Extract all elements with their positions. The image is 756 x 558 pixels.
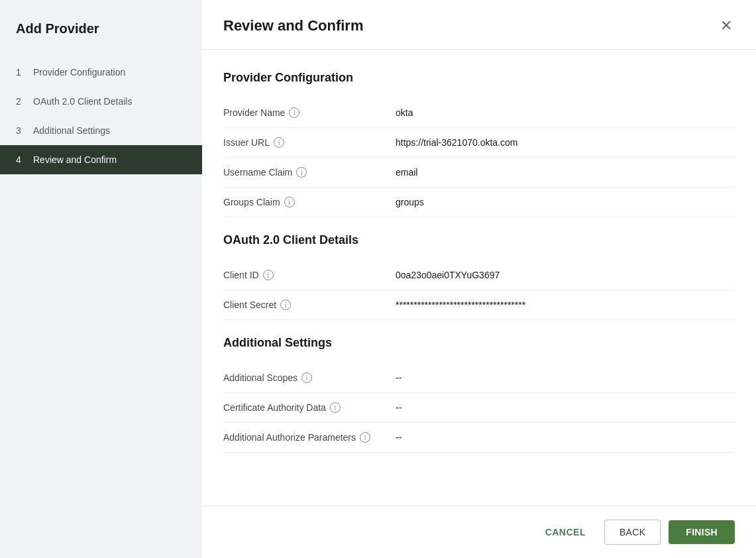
sidebar-step-2[interactable]: 2 OAuth 2.0 Client Details bbox=[0, 87, 202, 116]
field-client-secret: Client Secret i ************************… bbox=[223, 290, 735, 320]
issuer-url-value: https://trial-3621070.okta.com bbox=[396, 137, 735, 148]
certificate-authority-label: Certificate Authority Data bbox=[223, 402, 326, 413]
username-claim-label: Username Claim bbox=[223, 167, 292, 178]
field-additional-scopes: Additional Scopes i -- bbox=[223, 363, 735, 393]
field-additional-authorize-parameters: Additional Authorize Parameters i -- bbox=[223, 423, 735, 453]
additional-scopes-value: -- bbox=[396, 372, 735, 383]
step-number-4: 4 bbox=[16, 154, 27, 165]
cancel-button[interactable]: CANCEL bbox=[535, 520, 596, 544]
field-label-container-additional-scopes: Additional Scopes i bbox=[223, 372, 396, 383]
issuer-url-info-icon[interactable]: i bbox=[274, 137, 284, 148]
field-label-container-additional-authorize: Additional Authorize Parameters i bbox=[223, 432, 396, 443]
client-secret-value: ************************************ bbox=[396, 300, 735, 310]
additional-scopes-info-icon[interactable]: i bbox=[301, 372, 312, 383]
field-label-container-groups-claim: Groups Claim i bbox=[223, 197, 396, 207]
client-id-label: Client ID bbox=[223, 270, 259, 280]
field-certificate-authority-data: Certificate Authority Data i -- bbox=[223, 393, 735, 423]
sidebar-step-3[interactable]: 3 Additional Settings bbox=[0, 116, 202, 145]
field-provider-name: Provider Name i okta bbox=[223, 98, 735, 128]
main-header: Review and Confirm ✕ bbox=[202, 0, 756, 50]
certificate-authority-info-icon[interactable]: i bbox=[330, 402, 341, 413]
provider-name-value: okta bbox=[396, 107, 735, 118]
field-issuer-url: Issuer URL i https://trial-3621070.okta.… bbox=[223, 128, 735, 158]
finish-button[interactable]: FINISH bbox=[669, 520, 735, 544]
client-secret-label: Client Secret bbox=[223, 300, 276, 310]
step-number-1: 1 bbox=[16, 67, 27, 78]
field-label-container-client-id: Client ID i bbox=[223, 270, 396, 280]
modal-overlay: Add Provider 1 Provider Configuration 2 … bbox=[0, 0, 756, 558]
additional-authorize-value: -- bbox=[396, 432, 735, 443]
step-label-1: Provider Configuration bbox=[33, 67, 125, 78]
additional-authorize-label: Additional Authorize Parameters bbox=[223, 432, 356, 443]
additional-scopes-label: Additional Scopes bbox=[223, 372, 297, 383]
sidebar: Add Provider 1 Provider Configuration 2 … bbox=[0, 0, 202, 558]
certificate-authority-value: -- bbox=[396, 402, 735, 413]
additional-settings-section-title: Additional Settings bbox=[223, 336, 735, 350]
field-label-container-provider-name: Provider Name i bbox=[223, 107, 396, 118]
client-id-info-icon[interactable]: i bbox=[263, 270, 274, 280]
additional-authorize-info-icon[interactable]: i bbox=[360, 432, 370, 443]
sidebar-step-1[interactable]: 1 Provider Configuration bbox=[0, 58, 202, 87]
main-footer: CANCEL BACK FINISH bbox=[202, 506, 756, 558]
issuer-url-label: Issuer URL bbox=[223, 137, 270, 148]
close-button[interactable]: ✕ bbox=[718, 16, 735, 36]
groups-claim-value: groups bbox=[396, 197, 735, 207]
field-label-container-username-claim: Username Claim i bbox=[223, 167, 396, 178]
step-number-2: 2 bbox=[16, 96, 27, 107]
main-body: Provider Configuration Provider Name i o… bbox=[202, 50, 756, 506]
field-label-container-issuer-url: Issuer URL i bbox=[223, 137, 396, 148]
groups-claim-info-icon[interactable]: i bbox=[284, 197, 295, 207]
page-title: Review and Confirm bbox=[223, 17, 363, 34]
step-number-3: 3 bbox=[16, 125, 27, 136]
provider-name-label: Provider Name bbox=[223, 107, 285, 118]
username-claim-info-icon[interactable]: i bbox=[296, 167, 307, 178]
modal-container: Add Provider 1 Provider Configuration 2 … bbox=[0, 0, 756, 558]
provider-config-section-title: Provider Configuration bbox=[223, 71, 735, 85]
sidebar-step-4[interactable]: 4 Review and Confirm bbox=[0, 145, 202, 174]
groups-claim-label: Groups Claim bbox=[223, 197, 280, 207]
field-label-container-certificate-authority: Certificate Authority Data i bbox=[223, 402, 396, 413]
main-content: Review and Confirm ✕ Provider Configurat… bbox=[202, 0, 756, 558]
field-groups-claim: Groups Claim i groups bbox=[223, 188, 735, 217]
oauth-section-title: OAuth 2.0 Client Details bbox=[223, 233, 735, 247]
client-secret-info-icon[interactable]: i bbox=[280, 300, 291, 310]
field-client-id: Client ID i 0oa23o0aei0TXYuG3697 bbox=[223, 260, 735, 290]
client-id-value: 0oa23o0aei0TXYuG3697 bbox=[396, 270, 735, 280]
sidebar-title: Add Provider bbox=[0, 21, 202, 58]
field-username-claim: Username Claim i email bbox=[223, 158, 735, 188]
step-label-3: Additional Settings bbox=[33, 125, 110, 136]
step-label-4: Review and Confirm bbox=[33, 154, 117, 165]
back-button[interactable]: BACK bbox=[604, 520, 661, 545]
field-label-container-client-secret: Client Secret i bbox=[223, 300, 396, 310]
step-label-2: OAuth 2.0 Client Details bbox=[33, 96, 132, 107]
provider-name-info-icon[interactable]: i bbox=[289, 107, 299, 118]
username-claim-value: email bbox=[396, 167, 735, 178]
